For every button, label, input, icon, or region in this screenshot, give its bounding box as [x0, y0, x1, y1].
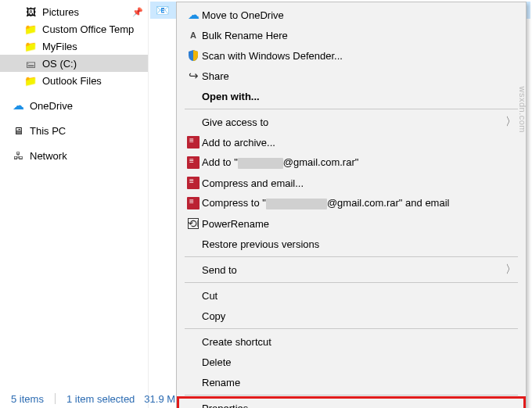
bulk-rename-icon [185, 28, 202, 42]
menu-item-label: Open with... [202, 91, 516, 102]
blank-icon [185, 355, 202, 369]
menu-item-label: Move to OneDrive [202, 9, 516, 21]
blank-icon [185, 89, 202, 103]
menu-item-label: Share [202, 70, 516, 82]
menu-create-shortcut[interactable]: Create shortcut [178, 331, 524, 352]
menu-separator [185, 395, 518, 395]
menu-item-label: Properties [202, 403, 516, 409]
text-suffix: @gmail.com.rar" [283, 156, 359, 168]
menu-add-to-named-rar[interactable]: Add to "@gmail.com.rar" [178, 152, 524, 173]
sidebar-item-label: OneDrive [30, 100, 73, 112]
text-suffix: @gmail.com.rar" and email [327, 197, 450, 209]
menu-item-label: Rename [202, 377, 516, 388]
menu-item-label: PowerRename [202, 218, 516, 230]
menu-cut[interactable]: Cut [178, 285, 524, 306]
menu-item-label: Bulk Rename Here [202, 30, 516, 41]
blank-icon [185, 115, 202, 129]
submenu-arrow-icon: 〉 [505, 115, 516, 129]
menu-item-label: Create shortcut [202, 336, 516, 348]
menu-item-label: Cut [202, 290, 516, 302]
power-rename-icon: I [185, 217, 202, 231]
menu-item-label: Delete [202, 356, 516, 368]
sidebar-item-onedrive[interactable]: OneDrive [0, 97, 148, 114]
blank-icon [185, 288, 202, 302]
share-icon [185, 69, 202, 83]
winrar-icon [185, 176, 202, 190]
menu-power-rename[interactable]: I PowerRename [178, 213, 524, 234]
sidebar-item-label: Network [30, 150, 67, 162]
onedrive-icon [11, 99, 25, 112]
pictures-icon [23, 5, 38, 18]
sidebar-item-label: Custom Office Temp [42, 23, 134, 35]
menu-separator [185, 109, 518, 109]
sidebar-item-custom-office[interactable]: Custom Office Temp [0, 20, 148, 38]
menu-scan-defender[interactable]: Scan with Windows Defender... [178, 45, 524, 66]
drive-icon [23, 57, 38, 70]
menu-separator [185, 282, 518, 283]
network-icon [11, 149, 25, 162]
context-menu: Move to OneDrive Bulk Rename Here Scan w… [176, 2, 527, 408]
status-items-count: 5 items [11, 393, 44, 405]
sidebar-item-this-pc[interactable]: This PC [0, 122, 148, 139]
menu-item-label: Copy [202, 310, 516, 322]
menu-share[interactable]: Share [178, 66, 524, 86]
folder-icon [23, 74, 38, 87]
menu-compress-and-email[interactable]: Compress and email... [178, 173, 524, 193]
submenu-arrow-icon: 〉 [505, 263, 516, 277]
sidebar-item-label: Pictures [42, 6, 79, 18]
status-selected: 1 item selected [66, 393, 135, 405]
menu-item-label: Restore previous versions [202, 238, 516, 250]
blank-icon [185, 375, 202, 389]
status-divider [55, 393, 56, 404]
onedrive-icon [185, 8, 202, 22]
menu-item-label: Compress and email... [202, 177, 516, 189]
blank-icon [185, 401, 202, 408]
menu-bulk-rename[interactable]: Bulk Rename Here [178, 25, 524, 45]
sidebar-item-os-c[interactable]: OS (C:) [0, 55, 148, 72]
menu-item-label: Send to [202, 264, 505, 276]
menu-send-to[interactable]: Send to 〉 [178, 259, 524, 280]
folder-icon [23, 40, 38, 52]
redacted-text [266, 199, 327, 209]
sidebar-item-pictures[interactable]: Pictures 📌 [0, 3, 148, 20]
menu-copy[interactable]: Copy [178, 306, 524, 326]
menu-item-label: Add to archive... [202, 137, 516, 149]
pin-icon: 📌 [132, 7, 143, 17]
winrar-icon [185, 156, 202, 170]
menu-delete[interactable]: Delete [178, 352, 524, 372]
sidebar-nav: Pictures 📌 Custom Office Temp MyFiles OS… [0, 0, 149, 408]
menu-item-label: Give access to [202, 116, 505, 128]
sidebar-item-outlook-files[interactable]: Outlook Files [0, 72, 148, 89]
menu-item-label: Compress to "@gmail.com.rar" and email [202, 197, 516, 209]
menu-give-access-to[interactable]: Give access to 〉 [178, 112, 524, 132]
menu-item-label: Add to "@gmail.com.rar" [202, 156, 516, 169]
sidebar-item-myfiles[interactable]: MyFiles [0, 38, 148, 55]
menu-separator [185, 328, 518, 329]
menu-compress-to-named-and-email[interactable]: Compress to "@gmail.com.rar" and email [178, 193, 524, 213]
blank-icon [185, 237, 202, 251]
folder-icon [23, 23, 38, 35]
blank-icon [185, 335, 202, 349]
menu-item-label: Scan with Windows Defender... [202, 50, 516, 62]
winrar-icon [185, 196, 202, 210]
menu-restore-previous-versions[interactable]: Restore previous versions [178, 234, 524, 254]
text-prefix: Add to " [202, 156, 238, 168]
blank-icon [185, 309, 202, 323]
menu-separator [185, 256, 518, 257]
winrar-icon [185, 135, 202, 149]
menu-open-with[interactable]: Open with... [178, 86, 524, 106]
sidebar-item-label: This PC [30, 125, 66, 137]
menu-properties[interactable]: Properties [178, 398, 524, 408]
outlook-data-file-icon [155, 3, 169, 17]
sidebar-item-network[interactable]: Network [0, 147, 148, 164]
text-prefix: Compress to " [202, 197, 266, 209]
defender-shield-icon [185, 48, 202, 63]
this-pc-icon [11, 124, 25, 137]
sidebar-item-label: Outlook Files [42, 75, 102, 87]
menu-rename[interactable]: Rename [178, 372, 524, 392]
status-bar: 5 items 1 item selected 31.9 M [0, 389, 175, 408]
menu-add-to-archive[interactable]: Add to archive... [178, 132, 524, 152]
menu-move-to-onedrive[interactable]: Move to OneDrive [178, 5, 524, 25]
sidebar-item-label: MyFiles [42, 41, 77, 52]
status-size: 31.9 M [144, 393, 175, 405]
